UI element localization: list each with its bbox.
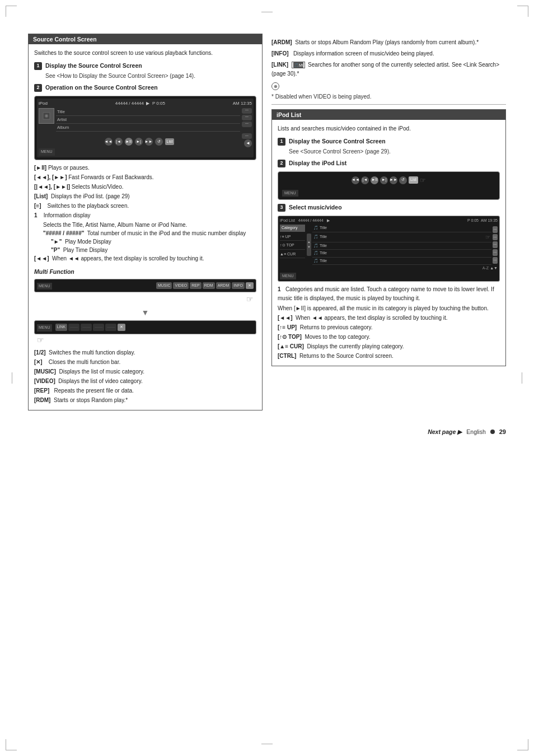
select-desc-up: [↑≡ UP] Returns to previous category.	[278, 323, 500, 332]
btn-eq: [≡] Switches to the playback screen.	[34, 202, 256, 211]
ctrl-back: ◄	[244, 139, 252, 147]
detail-btn-3[interactable]: ···	[493, 241, 498, 248]
side-ctrl-1: ···	[242, 108, 252, 114]
select-track: 44444 / 44444	[298, 218, 324, 224]
ctrl-list: List	[165, 138, 175, 146]
multi-btn-video[interactable]: VIDEO	[173, 282, 189, 290]
item2-title: Operation on the Source Control Screen	[45, 84, 158, 91]
multi-desc-x: [✕] Closes the multi function bar.	[34, 358, 256, 367]
page-number: 29	[499, 428, 506, 435]
note-icon: ⊕	[271, 82, 279, 90]
title-icon-4: 🎵	[313, 250, 318, 256]
multi-btn-link[interactable]: LINK	[55, 324, 68, 331]
ipod-item3-title: Select music/video	[289, 204, 342, 211]
num-badge-1: 1	[34, 62, 42, 70]
ipod-list-header: iPod List	[272, 110, 505, 120]
multi-screen-top: MENU MUSIC VIDEO REP RDM ARDM INFO ✕	[34, 279, 256, 293]
multi-btn-special-top[interactable]: ✕	[246, 282, 254, 290]
finger-icon-top: ☞	[34, 293, 254, 305]
svg-point-2	[46, 115, 47, 116]
multi-desc-video: [VIDEO] Displays the list of video categ…	[34, 377, 256, 386]
multi-btn-info[interactable]: INFO	[232, 282, 245, 290]
right-column: [ARDM] Starts or stops Album Random Play…	[271, 34, 506, 417]
ipod-item-2: 2 Display the iPod List	[278, 159, 500, 168]
nav-item-top[interactable]: ↑⊙ TOP	[280, 242, 305, 250]
multi-btn-ardm[interactable]: ARDM	[216, 282, 231, 290]
screen-inner: iPod 44444 / 44444 ▶ P 0:05 AM 12:35	[37, 99, 254, 157]
asterisk-note: * Disabled when VIDEO is being played.	[271, 94, 506, 100]
source-control-body: Switches to the source control screen to…	[29, 44, 262, 410]
screen-top-bar: iPod 44444 / 44444 ▶ P 0:05 AM 12:35	[39, 100, 252, 107]
dot-separator	[490, 430, 495, 434]
ctrl-ffwd: ►►	[145, 138, 153, 146]
list-ctrl-play: ►II	[371, 176, 378, 184]
list-ctrl-repeat: ↺	[399, 176, 407, 184]
screen-row-title: Title	[56, 108, 240, 116]
multi-menu-label: MENU	[37, 283, 52, 290]
ipod-item-1: 1 Display the Source Control Screen See …	[278, 137, 500, 156]
multi-desc-rep: [REP] Repeats the present file or data.	[34, 386, 256, 395]
multi-btn-rdm[interactable]: RDM	[203, 282, 215, 290]
progress: P 0:05	[152, 101, 165, 106]
multi-desc-list: [1/2] Switches the multi function displa…	[34, 348, 256, 405]
select-desc-scroll: [◄◄] When ◄◄ appears, the text display i…	[278, 314, 500, 323]
ipod-list-controls: ◄◄ |◄ ►II ►| ►► ↺ List ☞	[280, 174, 498, 187]
select-screen-menu: MENU	[280, 273, 296, 280]
list-ctrl-rewind: ◄◄	[352, 176, 359, 184]
main-content: Source Control Screen Switches to the so…	[11, 34, 523, 417]
finger-icon-bottom: ☞	[37, 334, 256, 346]
multi-function-title: Multi Function	[34, 268, 256, 277]
right-desc-ardm: [ARDM] Starts or stops Album Random Play…	[271, 38, 506, 47]
title-item-2: 🎵 Title ☞	[312, 232, 491, 242]
item1-content: Display the Source Control Screen See <H…	[45, 62, 256, 80]
btn-info-hashnum: "##### / #####" Total number of music in…	[43, 229, 256, 237]
next-page-text: Next page ▶	[428, 428, 462, 435]
select-desc-cur: [▲≡ CUR] Displays the currently playing …	[278, 342, 500, 351]
btn-play-pause: [►II] Plays or pauses.	[34, 164, 256, 172]
title-finger: ☞	[485, 233, 490, 241]
track-num: 44444 / 44444	[115, 101, 144, 106]
btn-desc-list: [►II] Plays or pauses. [◄◄], [►►] Fast F…	[34, 164, 256, 263]
screen-playback-info: 44444 / 44444 ▶ P 0:05	[115, 100, 165, 107]
nav-item-cur[interactable]: ▲≡ CUR	[280, 251, 305, 259]
ipod-list-screen: ◄◄ |◄ ►II ►| ►► ↺ List ☞ MENU	[278, 171, 500, 200]
multi-btn-special-bottom[interactable]: ✕	[118, 324, 125, 331]
title-icon-3: 🎵	[313, 243, 318, 249]
multi-btn-rep[interactable]: REP	[190, 282, 201, 290]
select-screen: iPod List 44444 / 44444 ▶ P 0:05 AM 19:3…	[278, 216, 500, 282]
title-item-3: 🎵 Title	[312, 242, 491, 250]
btn-info-sub: Selects the Title, Artist Name, Album Na…	[43, 221, 256, 229]
ipod-item2-title: Display the iPod List	[289, 160, 346, 166]
page-language: English	[466, 428, 485, 435]
select-desc-list: 1 Categories and music are listed. Touch…	[278, 285, 500, 361]
multi-slot-4: ——	[105, 324, 116, 331]
multi-desc-music: [MUSIC] Displays the list of music categ…	[34, 367, 256, 376]
detail-btn-2[interactable]: ···	[493, 234, 498, 241]
nav-item-up[interactable]: ↑≡ UP	[280, 234, 305, 241]
item1-desc: See <How to Display the Source Control S…	[45, 72, 256, 80]
screen-controls: ◄◄ |◄ ►II ►| ►► ↺ List	[39, 138, 240, 146]
title-label-4: Title	[320, 250, 327, 256]
btn-list: [List] Displays the iPod list. (page 29)	[34, 192, 256, 201]
select-desc-cat: 1 Categories and music are listed. Touch…	[278, 285, 500, 313]
screen-row-album: Album	[56, 124, 240, 132]
ipod-item-3: 3 Select music/video	[278, 203, 500, 212]
detail-btn-4[interactable]: ···	[493, 249, 498, 256]
select-time: AM 19:35	[481, 218, 498, 224]
detail-btn-5[interactable]: ···	[493, 257, 498, 264]
multi-slot-1: ——	[68, 324, 79, 331]
select-left-nav: Category ↑≡ UP ↑⊙ TOP	[280, 225, 305, 272]
multi-btn-music[interactable]: MUSIC	[156, 282, 172, 290]
detail-btn-1[interactable]: ···	[493, 226, 498, 233]
select-play: ▶	[327, 218, 330, 224]
left-item-1: 1 Display the Source Control Screen See …	[34, 62, 256, 80]
side-ctrl-2: ···	[242, 115, 252, 120]
source-control-intro: Switches to the source control screen to…	[34, 49, 256, 57]
nav-top-label: TOP	[287, 242, 294, 249]
select-source: iPod List	[280, 218, 295, 224]
select-progress: P 0:05	[467, 218, 479, 224]
list-ctrl-prev: |◄	[361, 176, 369, 184]
screen-menu: MENU	[39, 148, 55, 156]
multi-desc-12: [1/2] Switches the multi function displa…	[34, 348, 256, 357]
btn-info-play-time: "P" Play Time Display	[51, 246, 256, 254]
